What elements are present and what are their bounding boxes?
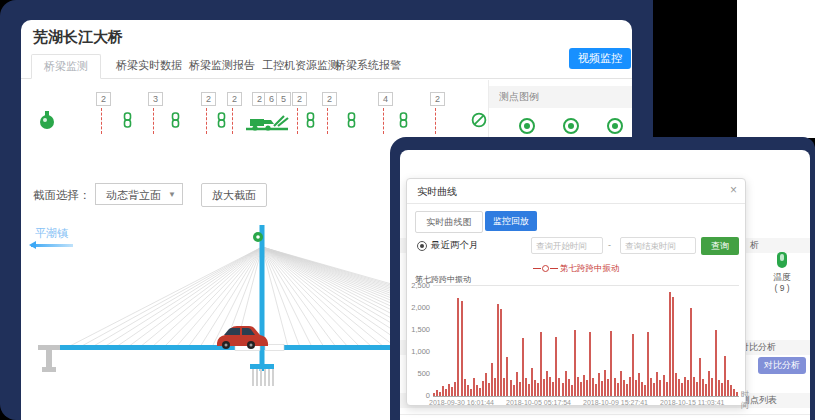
- chart-bar: [675, 373, 677, 396]
- sensor-count-badge: 5: [276, 92, 291, 106]
- chart-bar: [534, 380, 536, 396]
- compare-analysis-button[interactable]: 对比分析: [758, 357, 806, 374]
- close-icon[interactable]: ×: [730, 183, 737, 197]
- pin-sensor-icon[interactable]: [38, 110, 56, 134]
- sensor-dash-line: [232, 108, 233, 134]
- chart-bar: [580, 382, 582, 396]
- chart-bar: [620, 371, 622, 397]
- sensor-count-badge: 4: [378, 92, 393, 106]
- chart-bar: [702, 379, 704, 396]
- chain-sensor-icon[interactable]: [122, 112, 133, 132]
- chain-sensor-icon[interactable]: [346, 112, 357, 132]
- chart-bar: [503, 378, 505, 397]
- chart-bar: [552, 382, 554, 396]
- chart-bar: [681, 383, 683, 396]
- sensor-count-badge: 2: [96, 92, 111, 106]
- chart-bar: [528, 384, 530, 396]
- sensor-dash-line: [297, 108, 298, 134]
- chart-bar: [730, 385, 732, 396]
- chart-bar: [644, 385, 646, 396]
- section-select-dropdown[interactable]: 动态背立面 ▼: [95, 183, 183, 205]
- chart-bar: [632, 334, 634, 396]
- chart-bar: [653, 383, 655, 396]
- sensor-dash-line: [153, 108, 154, 134]
- temperature-sensor-item[interactable]: 温度 ( 9 ): [760, 252, 804, 294]
- video-monitor-button[interactable]: 视频监控: [569, 48, 631, 69]
- chart-bar: [537, 383, 539, 396]
- chart-bar: [693, 377, 695, 396]
- radio-label: 最近两个月: [431, 239, 479, 252]
- chart-bar: [525, 378, 527, 397]
- chart-bar: [721, 383, 723, 396]
- chart-bar: [656, 372, 658, 396]
- y-tick-label: 1,000: [407, 347, 430, 356]
- x-tick-label: 2018-09-30 16:01:44: [429, 399, 509, 406]
- chart-bar: [497, 304, 499, 396]
- chart-bar: [491, 363, 493, 396]
- tab-0[interactable]: 桥梁监测: [31, 54, 101, 79]
- temperature-label: 温度: [760, 272, 804, 283]
- chain-sensor-icon[interactable]: [216, 112, 227, 132]
- chain-sensor-icon[interactable]: [305, 112, 316, 132]
- enlarge-section-button[interactable]: 放大截面: [201, 183, 267, 207]
- chart-bar: [659, 380, 661, 396]
- chart-bar: [604, 370, 606, 396]
- y-tick-label: 1,500: [407, 325, 430, 334]
- chart-bar: [638, 373, 640, 396]
- legend-marker: [550, 268, 558, 269]
- chain-sensor-icon[interactable]: [398, 112, 409, 132]
- query-end-time-input[interactable]: [620, 237, 696, 254]
- chart-bar: [711, 378, 713, 397]
- chart-bar: [558, 378, 560, 397]
- legend-sensor-icon: [519, 118, 535, 134]
- chart-bar: [445, 389, 447, 396]
- chart-bar: [436, 390, 438, 396]
- chart-bar: [488, 383, 490, 396]
- query-button[interactable]: 查询: [701, 237, 739, 255]
- section-select-value: 动态背立面: [106, 189, 161, 201]
- sensor-count-badge: 2: [322, 92, 337, 106]
- radio-last-two-months[interactable]: [417, 241, 427, 251]
- range-separator: -: [608, 240, 611, 250]
- chart-bar: [724, 356, 726, 397]
- sensor-dash-line: [435, 108, 436, 134]
- chart-bar: [479, 388, 481, 396]
- chart-bar: [540, 332, 542, 396]
- background-black-block: [653, 0, 737, 139]
- chart-bar: [454, 382, 456, 396]
- chart-bar: [555, 337, 557, 396]
- thermometer-icon: [777, 252, 787, 268]
- tab-4[interactable]: 桥梁系统报警: [323, 54, 413, 77]
- tab-realtime-curve[interactable]: 实时曲线图: [415, 211, 483, 233]
- y-tick-label: 2,000: [407, 303, 430, 312]
- chain-sensor-icon[interactable]: [170, 112, 181, 132]
- query-start-time-input[interactable]: [531, 237, 603, 254]
- chevron-down-icon: ▼: [168, 184, 176, 206]
- legend-sensor-icon: [563, 118, 579, 134]
- chart-bar: [663, 375, 665, 396]
- chart-bar: [482, 381, 484, 396]
- chart-bar: [519, 382, 521, 396]
- chart-bar: [687, 380, 689, 396]
- chart-bar: [549, 377, 551, 396]
- truck-sensor-icon[interactable]: [244, 110, 290, 138]
- tab-monitor-playback[interactable]: 监控回放: [485, 211, 537, 231]
- y-tick-label: 2,500: [407, 281, 430, 290]
- sensor-count-badge: 2: [201, 92, 216, 106]
- chart-bar: [607, 379, 609, 396]
- legend-sensor-icon: [607, 118, 623, 134]
- chart-bar: [635, 380, 637, 396]
- sensor-count-badge: 2: [430, 92, 445, 106]
- y-tick-label: 500: [407, 369, 430, 378]
- chart-bar: [601, 381, 603, 396]
- x-tick-label: 2018-10-09 15:27:41: [583, 399, 663, 406]
- ban-icon[interactable]: [471, 112, 487, 132]
- chart-bar: [433, 393, 435, 396]
- chart-bar: [666, 382, 668, 396]
- chart-bar: [494, 378, 496, 397]
- chart-bar: [715, 330, 717, 396]
- chart-bar: [510, 380, 512, 396]
- chart-bar: [571, 385, 573, 396]
- page-title: 芜湖长江大桥: [33, 28, 123, 47]
- legend-panel-title: 测点图例: [489, 86, 632, 108]
